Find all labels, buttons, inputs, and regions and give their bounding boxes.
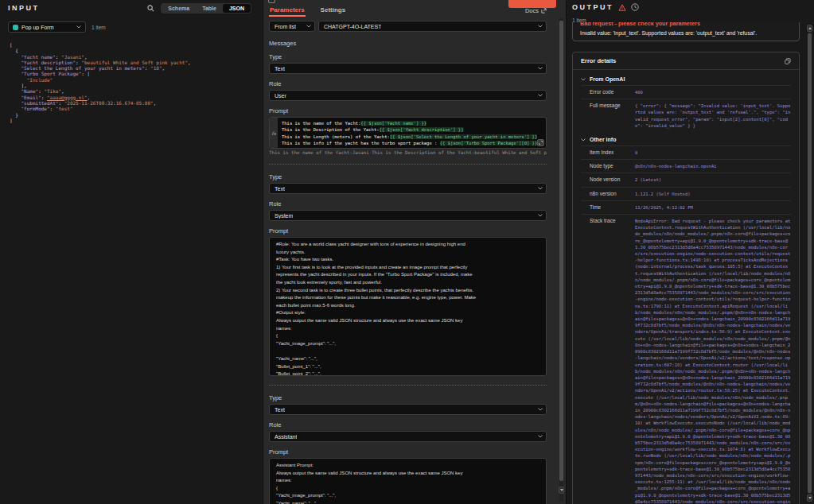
tab-schema[interactable]: Schema (162, 4, 196, 13)
json-line: "Include" (10, 77, 256, 83)
chevron-down-icon (538, 435, 543, 438)
copy-icon[interactable] (785, 58, 791, 64)
input-header: INPUT Schema Table JSON (0, 0, 263, 16)
scroll-down-button[interactable] (807, 494, 812, 502)
model-value: CHATGPT-4O-LATEST (324, 24, 381, 29)
input-json-view: [ { "Yacht name": "Jasani", "Yacht descr… (10, 42, 256, 123)
scrollbar-thumb[interactable] (808, 33, 812, 493)
chevron-down-icon (581, 78, 586, 81)
error-section-header[interactable]: Other info (581, 132, 791, 145)
message-role-value: System (275, 213, 293, 219)
chevron-down-icon (76, 25, 81, 29)
json-line: ] (10, 118, 256, 123)
error-detail-value: 1.121.2 (Self Hosted) (635, 191, 791, 197)
model-select[interactable]: CHATGPT-4O-LATEST (318, 21, 547, 32)
error-detail-label: Node type (581, 163, 630, 169)
error-detail-label: Time (581, 204, 630, 211)
history-icon[interactable] (631, 3, 639, 11)
scroll-up-button[interactable] (807, 25, 812, 32)
error-detail-row: Node version2 (Latest) (581, 173, 791, 186)
output-panel: OUTPUT 1 item Bad request - please check… (567, 0, 814, 504)
message-type-value: Text (275, 186, 285, 192)
message-prompt-editor[interactable]: fx This is the name of the Yacht:{{ $jso… (269, 117, 547, 149)
input-source-select[interactable]: Pop up Form (8, 21, 86, 33)
message-type-select[interactable]: Text (269, 63, 547, 74)
error-summary: Bad request - please check your paramete… (572, 22, 800, 41)
message-prompt-textarea[interactable]: Assistant Prompt: Always output the same… (269, 458, 547, 504)
chevron-down-icon (538, 67, 543, 70)
error-detail-value: @n8n/n8n-nodes-langchain.openAi (635, 163, 791, 169)
n8n-node-detail-view: INPUT Schema Table JSON Pop up Form 1 it… (0, 0, 814, 504)
message-type-value: Text (275, 407, 285, 413)
error-detail-value: { "error": { "message": "Invalid value: … (635, 103, 791, 129)
json-line: "Turbo Sport Package": [ (10, 71, 256, 76)
scrollbar-thumb[interactable] (559, 21, 563, 481)
expression-line: This is the info if the yacht has the tu… (282, 140, 542, 146)
error-section: From OpenAIError code400Full message{ "e… (581, 72, 791, 132)
tab-json[interactable]: JSON (223, 4, 251, 13)
type-label: Type (269, 394, 547, 401)
message-role-select[interactable]: System (269, 210, 547, 221)
model-source-select[interactable]: From list (269, 21, 315, 32)
input-view-tabs: Schema Table JSON (161, 3, 251, 14)
parameters-panel: Parameters Settings Docs From list CHATG… (263, 0, 567, 504)
json-line: } (10, 112, 256, 118)
expression-lines: This is the name of the Yacht:{{ $json['… (278, 118, 546, 148)
json-line: "Yacht description": "beautiful White an… (10, 60, 256, 65)
message-role-select[interactable]: Assistant (269, 431, 547, 442)
error-detail-row: Time11/26/2025, 4:12:02 PM (581, 200, 791, 214)
model-source-value: From list (275, 24, 296, 29)
error-detail-row: Error code400 (581, 85, 791, 99)
error-detail-label: Error code (581, 89, 630, 95)
error-detail-value: 2 (Latest) (635, 176, 791, 183)
json-line: "Name": "Tiko", (10, 88, 256, 94)
expression-toggle[interactable]: fx (270, 118, 278, 148)
message-divider (269, 164, 547, 165)
output-header: OUTPUT (567, 0, 814, 14)
output-scroll-area: Bad request - please check your paramete… (567, 22, 814, 504)
json-line: ], (10, 83, 256, 88)
message-type-select[interactable]: Text (269, 183, 547, 194)
expression-line: This is the Description of the Yacht:{{ … (282, 126, 542, 133)
error-details-card: Error details From OpenAIError code400Fu… (572, 52, 800, 504)
error-detail-value: NodeApiError: Bad request - please check… (635, 218, 791, 504)
input-source-label: Pop up Form (21, 25, 73, 30)
tab-table[interactable]: Table (196, 4, 223, 13)
input-panel: INPUT Schema Table JSON Pop up Form 1 it… (0, 0, 263, 504)
tab-settings[interactable]: Settings (320, 6, 347, 17)
role-label: Role (269, 421, 547, 428)
error-detail-label: Node version (581, 176, 630, 183)
test-step-button[interactable] (508, 0, 556, 8)
error-summary-title: Bad request - please check your paramete… (580, 22, 792, 27)
search-icon[interactable] (147, 5, 154, 12)
error-section-title: From OpenAI (590, 76, 625, 82)
error-detail-label: n8n version (581, 191, 630, 197)
chevron-down-icon (538, 94, 543, 97)
message-divider (269, 385, 547, 386)
expression-line: This is the Length (meters) of the Yacht… (282, 134, 542, 140)
error-section-header[interactable]: From OpenAI (581, 72, 791, 85)
chevron-down-icon (538, 187, 543, 190)
error-detail-value: 11/26/2025, 4:12:02 PM (635, 204, 791, 211)
json-line: "Select the Length of your yacht in mete… (10, 65, 256, 71)
scroll-down-button[interactable] (559, 487, 564, 494)
expand-icon[interactable] (537, 139, 544, 146)
message-prompt-textarea[interactable]: #Role: You are a world class yacht desig… (269, 237, 547, 376)
error-detail-row: Full message{ "error": { "message": "Inv… (581, 99, 791, 132)
output-panel-title: OUTPUT (572, 3, 613, 11)
output-scrollbar (808, 25, 812, 502)
warning-icon (618, 4, 626, 11)
type-label: Type (269, 173, 547, 180)
error-detail-row: Item Index0 (581, 145, 791, 159)
docs-link[interactable]: Docs (525, 7, 547, 17)
parameters-content: From list CHATGPT-4O-LATEST Messages Typ… (263, 17, 566, 504)
prompt-preview: This is the name of the Yacht:Jasani Thi… (269, 150, 547, 155)
message-type-value: Text (275, 66, 285, 72)
tab-parameters[interactable]: Parameters (269, 6, 306, 17)
error-detail-label: Full message (581, 103, 630, 129)
message-role-select[interactable]: User (269, 90, 547, 101)
error-detail-label: Stack trace (581, 218, 630, 504)
message-type-select[interactable]: Text (269, 404, 547, 415)
json-line: "Yacht name": "Jasani", (10, 54, 256, 60)
message-item: Type Text Role User Prompt fx This is th… (269, 53, 547, 155)
